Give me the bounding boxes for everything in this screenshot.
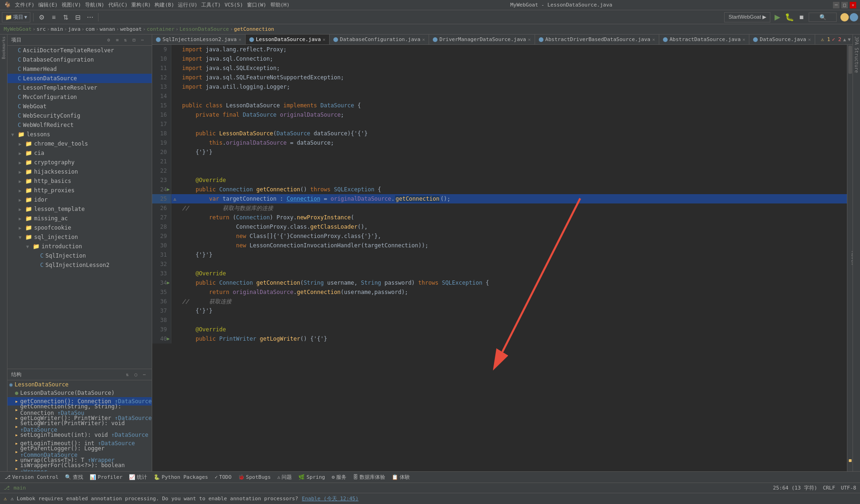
scrollbar-thumb[interactable] (848, 46, 852, 74)
close-button[interactable]: ✕ (850, 2, 856, 8)
tree-item-http-basics[interactable]: ▶ 📁 http_basics (7, 176, 152, 186)
panel-collapse-btn[interactable]: ⊟ (130, 36, 138, 44)
menu-edit[interactable]: 编辑(E) (38, 1, 58, 8)
services-btn[interactable]: ⚙ 服务 (329, 472, 349, 483)
tab-close-abstract-ds[interactable]: ✕ (742, 37, 745, 42)
tab-close-datasource[interactable]: ✕ (808, 37, 811, 42)
profiler-btn[interactable]: 📊 Profiler (87, 472, 125, 483)
project-dropdown-icon[interactable]: ▼ (24, 14, 27, 20)
stats-btn[interactable]: 📈 统计 (126, 472, 150, 483)
struct-anon-btn[interactable]: ◯ (132, 371, 140, 378)
tree-item-sqlinj[interactable]: ▼ 📁 sql_injection (7, 232, 152, 242)
breadcrumb-src[interactable]: src (36, 26, 46, 32)
tab-close-sqlinj2[interactable]: ✕ (239, 37, 241, 42)
stop-btn[interactable]: ⏹ (797, 12, 807, 22)
search-bottom-btn[interactable]: 🔍 查找 (62, 472, 86, 483)
tree-item-cia[interactable]: ▶ 📁 cia (7, 148, 152, 158)
search-bar[interactable]: 🔍 (809, 13, 837, 22)
breadcrumb-com[interactable]: com (85, 26, 95, 32)
breadcrumb-getconn[interactable]: getConnection (234, 26, 274, 32)
struct-item-setlogin[interactable]: ▸ setLoginTimeout(int): void ↑DataSource (7, 431, 152, 439)
struct-item-class[interactable]: ◉ LessonDataSource (7, 380, 152, 389)
maven-label[interactable]: Maven (850, 251, 853, 265)
toolbar-sort-btn[interactable]: ⇅ (61, 12, 71, 22)
menu-refactor[interactable]: 重构(R) (131, 1, 151, 8)
run-btn[interactable]: ▶ (772, 12, 782, 22)
run-config-btn[interactable]: StartWebGoat ▶ (724, 12, 770, 22)
tab-abstract-ds[interactable]: AbstractDataSource.java ✕ (659, 35, 749, 45)
struct-item-constructor[interactable]: ● LessonDataSource(DataSource) (7, 389, 152, 397)
menu-build[interactable]: 构建(B) (155, 1, 174, 8)
tab-close-abstract-driver[interactable]: ✕ (652, 37, 655, 42)
breadcrumb-wanan[interactable]: wanan (99, 26, 115, 32)
breadcrumb-java[interactable]: java (68, 26, 81, 32)
struct-item-getparent[interactable]: ▸ getParentLogger(): Logger ↑CommonDataS… (7, 448, 152, 456)
breadcrumb-main[interactable]: main (51, 26, 63, 32)
notification-enable-btn[interactable]: Enable (今天 12:45) (302, 495, 359, 502)
tree-item-spoof[interactable]: ▶ 📁 spoofcookie (7, 223, 152, 232)
tree-item-hammer[interactable]: C HammerHead (7, 64, 152, 74)
maximize-button[interactable]: □ (841, 2, 848, 8)
tree-item-lessonTR[interactable]: C LessonTemplateResolver (7, 83, 152, 92)
tab-close-dbconfig[interactable]: ✕ (422, 37, 425, 42)
menu-code[interactable]: 代码(C) (108, 1, 128, 8)
struct-dots-btn[interactable]: ⋯ (141, 371, 148, 378)
todo-btn[interactable]: ✓ TODO (212, 472, 234, 483)
minimize-button[interactable]: ─ (833, 2, 839, 8)
panel-more-btn[interactable]: ⋯ (139, 36, 146, 44)
code-area[interactable]: 9 import java.lang.reflect.Proxy; 10 imp… (152, 45, 853, 343)
struct-sort-btn[interactable]: ⇅ (124, 371, 131, 378)
tree-item-ascii[interactable]: C AsciiDoctorTemplateResolver (7, 46, 152, 55)
tree-item-sqlinj2[interactable]: C SqlInjectionLesson2 (7, 260, 152, 270)
panel-sort-btn[interactable]: ⇅ (122, 36, 129, 44)
tree-item-idor[interactable]: ▶ 📁 idor (7, 195, 152, 204)
menu-nav[interactable]: 导航(N) (85, 1, 105, 8)
spotbugs-btn[interactable]: 🐞 SpotBugs (235, 472, 274, 483)
toolbar-align-btn[interactable]: ≡ (49, 12, 59, 22)
struct-item-iswrapper[interactable]: ▸ isWrapperFor(Class<?>): boolean ↑Wrapp… (7, 464, 152, 471)
tree-item-lessonDS[interactable]: C LessonDataSource (7, 74, 152, 83)
menu-vcs[interactable]: VCS(S) (225, 2, 243, 8)
tree-item-intro[interactable]: ▼ 📁 introduction (7, 242, 152, 251)
tree-item-hijack[interactable]: ▶ 📁 hijacksession (7, 167, 152, 176)
tab-dbconfig[interactable]: DatabaseConfiguration.java ✕ (330, 35, 429, 45)
tab-abstract-driver[interactable]: AbstractDriverBasedDataSource.java ✕ (535, 35, 659, 45)
tab-driver[interactable]: DriverManagerDataSource.java ✕ (429, 35, 535, 45)
tree-item-chrome[interactable]: ▶ 📁 chrome_dev_tools (7, 139, 152, 148)
database-btn[interactable]: 🗄 数据库体验 (350, 472, 388, 483)
panel-list-btn[interactable]: ≡ (113, 36, 121, 44)
spring-btn[interactable]: 🌿 Spring (296, 472, 328, 483)
toolbar-collapse-btn[interactable]: ⊟ (73, 12, 83, 22)
tree-item-http-proxies[interactable]: ▶ 📁 http_proxies (7, 186, 152, 195)
tree-item-crypto[interactable]: ▶ 📁 cryptography (7, 158, 152, 167)
menu-tools[interactable]: 工具(T) (201, 1, 221, 8)
tab-sqlinj2[interactable]: SqlInjectionLesson2.java ✕ (152, 35, 246, 45)
struct-item-setlog[interactable]: ▸ setLogWriter(PrintWriter): void ↑DataS… (7, 422, 152, 431)
tree-item-webwolf[interactable]: C WebWolfRedirect (7, 120, 152, 130)
tab-close-lessonds[interactable]: ✕ (323, 37, 325, 42)
struct-item-getconn2[interactable]: ▸ getConnection(String, String): Connect… (7, 406, 152, 414)
tree-item-lessons[interactable]: ▼ 📁 lessons (7, 130, 152, 139)
tree-item-websecurity[interactable]: C WebSecurityConfig (7, 111, 152, 120)
coverage-btn[interactable]: 📋 体験 (389, 472, 413, 483)
toolbar-dots-btn[interactable]: ⋯ (85, 12, 95, 22)
tree-item-dbconfig[interactable]: C DatabaseConfiguration (7, 55, 152, 64)
toolbar-settings-btn[interactable]: ⚙ (36, 12, 47, 22)
tab-lessonds[interactable]: LessonDataSource.java ✕ (246, 35, 330, 45)
tab-datasource[interactable]: DataSource.java ✕ (749, 35, 815, 45)
scroll-up-btn[interactable]: ▲ (843, 37, 846, 42)
breadcrumb-mywebgoat[interactable]: MyWebGoat (4, 26, 32, 32)
tree-item-mvc[interactable]: C MvcConfiguration (7, 92, 152, 102)
breadcrumb-lessonds[interactable]: LessonDataSource (179, 26, 229, 32)
menu-view[interactable]: 视图(V) (62, 1, 81, 8)
python-btn[interactable]: 🐍 Python Packages (151, 472, 211, 483)
tree-item-lesson-template[interactable]: ▶ 📁 lesson_template (7, 204, 152, 214)
breadcrumb-webgoat[interactable]: webgoat (120, 26, 141, 32)
tree-item-sqlinj1[interactable]: C SqlInjection (7, 251, 152, 260)
menu-window[interactable]: 窗口(W) (247, 1, 267, 8)
panel-gear-btn[interactable]: ⚙ (105, 36, 113, 44)
scroll-down-btn[interactable]: ▼ (848, 37, 851, 42)
debug-btn[interactable]: 🐛 (784, 12, 795, 22)
problems-btn[interactable]: ⚠ 问题 (275, 472, 295, 483)
tree-item-missing-ac[interactable]: ▶ 📁 missing_ac (7, 214, 152, 223)
